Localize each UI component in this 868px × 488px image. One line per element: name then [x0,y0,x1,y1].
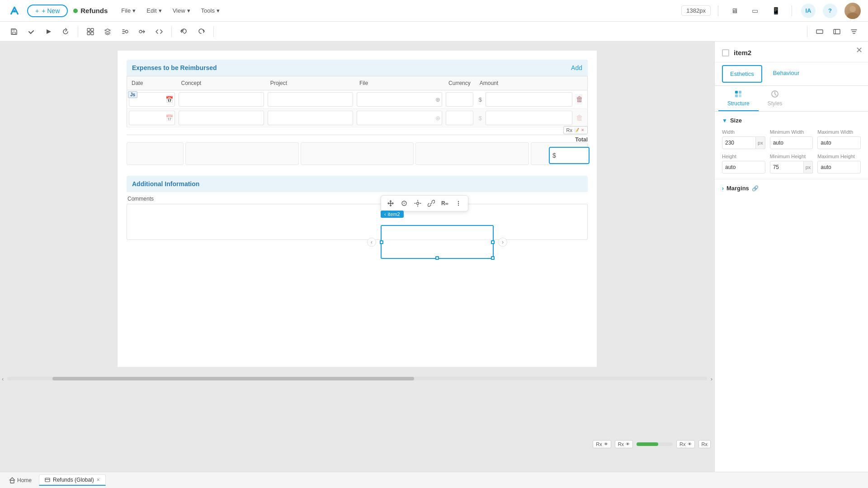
handle-bottom-right[interactable] [491,256,495,260]
avatar[interactable] [844,3,861,19]
item2-badge[interactable]: ‹ item2 [381,211,404,218]
mobile-view-btn[interactable]: 📱 [769,4,783,18]
upload-icon-2[interactable]: ⊕ [435,115,440,122]
link-icon[interactable] [425,197,437,209]
canvas-scroll[interactable]: Expenses to be Reimbursed Add Date Conce… [0,42,714,472]
help-icon[interactable]: ? [823,4,837,18]
code-button[interactable] [152,25,166,38]
variables-button[interactable] [118,25,132,38]
svg-rect-21 [735,94,738,97]
rx-badge-1: Rx 👁 [593,440,611,448]
height-input[interactable] [722,161,765,174]
project-input-2[interactable] [268,111,353,125]
delete-row-2[interactable]: 🗑 [576,114,583,122]
rx-badge-2: Rx 👁 [615,440,633,448]
redo-button[interactable] [194,25,208,38]
app-logo[interactable] [7,4,22,18]
handle-bottom-middle[interactable] [435,256,439,260]
calendar-icon-2[interactable]: 📅 [165,114,173,122]
layers-button[interactable] [101,25,114,38]
fullscreen-button[interactable] [813,25,826,38]
svg-point-10 [139,30,142,33]
gear-icon[interactable] [412,197,424,209]
comments-input[interactable] [127,204,588,240]
undo-button[interactable] [177,25,191,38]
upload-icon-1[interactable]: ⊕ [435,96,440,103]
file-menu[interactable]: File ▾ [117,5,140,16]
rotate-icon[interactable] [398,197,410,209]
total-label-area: Total [575,136,588,143]
new-button[interactable]: + + New [27,5,68,17]
sub-tab-structure[interactable]: Structure [718,86,759,111]
file-input-2[interactable] [357,111,442,125]
sub-tab-styles[interactable]: Styles [759,86,792,111]
home-tab[interactable]: Home [4,475,37,485]
formula-icon[interactable]: R∞ [439,197,451,209]
logic-button[interactable] [135,25,149,38]
link-margins-icon[interactable]: 🔗 [752,185,759,192]
refresh-button[interactable] [59,25,72,38]
max-width-input[interactable] [817,136,861,149]
selected-box[interactable] [381,225,494,259]
item2-selected-wrapper: ‹ › [381,225,494,259]
svg-rect-22 [739,94,741,97]
height-field: Height [722,154,765,174]
split-view-button[interactable] [830,25,844,38]
currency-input-2[interactable] [446,111,473,125]
refunds-tab[interactable]: Refunds (Global) × [39,474,106,486]
delete-row-1[interactable]: 🗑 [576,95,583,103]
empty-cell-3 [301,142,414,165]
item-checkbox[interactable] [722,49,729,56]
tools-menu[interactable]: Tools ▾ [197,5,224,16]
play-button[interactable] [42,25,55,38]
margins-title[interactable]: › Margins 🔗 [722,185,861,192]
amount-input-2[interactable] [486,111,572,125]
view-menu[interactable]: View ▾ [168,5,195,16]
tab-behaviour[interactable]: Behaviour [766,65,807,83]
concept-input-2[interactable] [179,111,264,125]
check-button[interactable] [24,25,38,38]
scroll-right-arrow[interactable]: › [709,375,714,382]
max-height-input[interactable] [817,161,861,174]
more-icon[interactable] [453,197,464,209]
edit-menu[interactable]: Edit ▾ [142,5,166,16]
nav-left-arrow[interactable]: ‹ [367,238,376,247]
min-width-input[interactable] [770,136,813,149]
project-input-1[interactable] [268,92,353,107]
col-amount: Amount [475,76,574,90]
handle-middle-left[interactable] [380,240,383,244]
move-icon[interactable] [385,197,396,209]
scroll-left-arrow[interactable]: ‹ [0,375,5,382]
save-button[interactable] [7,25,21,38]
currency-input-1[interactable] [446,92,473,107]
components-button[interactable] [84,25,97,38]
width-input[interactable] [722,136,756,149]
tab-esthetics[interactable]: Esthetics [722,65,762,83]
calendar-icon-1[interactable]: 📅 [165,96,173,103]
top-right-icons: 🖥 ▭ 📱 IA ? [716,3,861,19]
min-height-input[interactable] [770,161,804,174]
ia-icon[interactable]: IA [801,4,816,18]
size-section-title[interactable]: ▼ Size [722,117,861,124]
floating-toolbar: R∞ [381,195,468,211]
min-height-unit: px [804,161,813,174]
close-tab-button[interactable]: × [97,477,100,483]
height-row: Height Minimum Height px Maximum Height [722,154,861,174]
amount-input-1[interactable] [486,92,572,107]
desktop-view-btn[interactable]: 🖥 [727,4,741,18]
handle-middle-right[interactable] [491,240,495,244]
nav-right-arrow[interactable]: › [498,238,507,247]
file-input-1[interactable] [357,92,442,107]
concept-input-1[interactable] [179,92,264,107]
comments-label: Comments [127,196,588,202]
tablet-view-btn[interactable]: ▭ [748,4,762,18]
refunds-tab-label: Refunds (Global) [53,477,94,483]
additional-info-title: Additional Information [132,180,199,188]
horizontal-scrollbar[interactable]: ‹ › [0,376,714,381]
min-height-label: Minimum Height [770,154,813,159]
panel-close-button[interactable]: ✕ [856,45,863,55]
empty-cell-4 [415,142,529,165]
add-button[interactable]: Add [571,64,582,71]
adjust-button[interactable] [847,25,861,38]
scrollbar-thumb[interactable] [52,377,414,380]
